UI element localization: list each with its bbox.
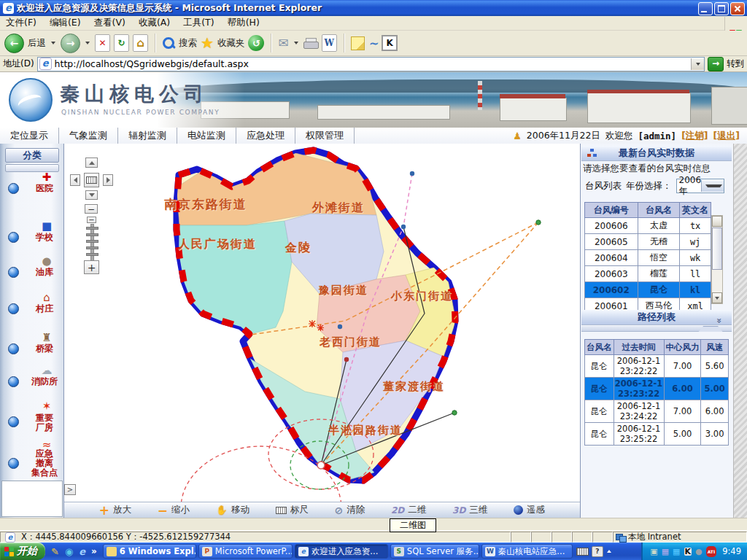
task-windows-explorer[interactable]: 6 Windows Expl... [103, 544, 196, 559]
logout-link[interactable]: [注销] [681, 130, 708, 142]
task-emergency-app[interactable]: e 欢迎进入应急资... [295, 544, 388, 559]
typhoon-table-scrollbar[interactable] [711, 215, 723, 304]
address-dropdown-button[interactable] [691, 58, 704, 70]
path-list-header[interactable]: 路径列表 » [581, 310, 732, 325]
center-map-button[interactable] [84, 173, 99, 187]
exit-link[interactable]: [退出] [713, 130, 740, 142]
quicklaunch-overflow-icon[interactable]: » [91, 546, 97, 556]
sidebar-item-school[interactable]: ■ 学校 [0, 220, 63, 252]
messenger-note-icon[interactable] [351, 36, 365, 50]
sidebar-item-evacuation-point[interactable]: ≈ 应急 撤离 集合点 [0, 439, 63, 483]
favorites-star-icon[interactable]: ★ [201, 34, 214, 52]
help-tray-icon[interactable]: ? [592, 546, 603, 557]
back-icon[interactable]: ← [4, 34, 24, 53]
tab-station-monitor[interactable]: 电站监测 [177, 128, 236, 144]
pan-left-button[interactable] [70, 174, 80, 186]
sidebar-item-hospital[interactable]: ✚ 医院 [0, 171, 63, 203]
edit-word-icon[interactable]: W [322, 34, 337, 52]
tray-volume-icon[interactable]: ● [695, 548, 703, 556]
mail-icon[interactable]: ✉ [278, 36, 288, 50]
task-word-doc[interactable]: W 秦山核电站应急... [481, 544, 573, 559]
task-sql-server[interactable]: S SQL Server 服务... [390, 544, 479, 559]
search-button[interactable]: 搜索 [179, 37, 197, 50]
expand-panel-button[interactable]: > [64, 484, 76, 495]
close-button[interactable] [730, 2, 745, 15]
history-icon[interactable]: ↺ [248, 35, 264, 51]
quicklaunch-pencil-icon[interactable]: ✎ [51, 546, 59, 557]
typhoon-row[interactable]: 200603榴莲ll [585, 266, 711, 282]
detail-row-selected[interactable]: 昆仑2006-12-1 23:23:22 6.005.00 [585, 378, 729, 400]
menu-file[interactable]: 文件(F) [6, 17, 36, 29]
search-icon[interactable] [162, 36, 175, 50]
swoosh-tool-icon[interactable]: ~ [368, 36, 378, 50]
sidebar-item-fire-station[interactable]: ☁ 消防所 [0, 365, 63, 397]
sidebar-item-important-plant[interactable]: ✶ 重要 厂房 [0, 400, 63, 440]
refresh-icon[interactable]: ↻ [114, 34, 129, 52]
menu-edit[interactable]: 编辑(E) [50, 17, 81, 29]
map-pan-button[interactable]: ✋ 移动 [216, 504, 249, 516]
zoom-slider-handle[interactable]: − [87, 217, 96, 223]
gis-map[interactable]: 南京东路街道 外滩街道 人民广场街道 金陵 豫园街道 小东门街道 老西门街道 董… [64, 144, 580, 518]
detail-row[interactable]: 昆仑2006-12-1 23:22:22 7.005.60 [585, 355, 729, 378]
map-zoom-in-button[interactable]: + 放大 [99, 504, 131, 516]
menu-favorites[interactable]: 收藏(A) [139, 17, 170, 29]
address-input[interactable] [53, 58, 691, 71]
back-dropdown-icon[interactable] [51, 42, 55, 44]
menu-tools[interactable]: 工具(T) [183, 17, 214, 29]
home-icon[interactable]: ⌂ [133, 34, 148, 52]
detail-row[interactable]: 昆仑2006-12-1 23:24:22 7.006.00 [585, 400, 729, 423]
task-powerpoint[interactable]: P Microsoft PowerP... [198, 544, 293, 559]
favorites-button[interactable]: 收藏夹 [217, 37, 245, 50]
map-zoom-out-button[interactable]: − 缩小 [158, 504, 190, 516]
typhoon-row[interactable]: 200605无稽wj [585, 234, 711, 250]
tab-emergency-handle[interactable]: 应急处理 [236, 128, 295, 144]
map-ruler-button[interactable]: 标尺 [276, 504, 309, 516]
detail-row[interactable]: 昆仑2006-12-1 23:25:22 5.003.00 [585, 423, 729, 446]
print-icon[interactable] [303, 38, 318, 48]
sidebar-item-oil-depot[interactable]: ● 油库 [0, 255, 63, 287]
mail-dropdown-icon[interactable] [294, 42, 298, 44]
back-button[interactable]: 后退 [28, 37, 46, 50]
tray-kaspersky-icon[interactable]: K [684, 548, 692, 556]
map-2d-button[interactable]: 2D 二维 [391, 504, 426, 516]
go-icon[interactable]: → [708, 57, 724, 71]
forward-dropdown-icon[interactable] [85, 42, 90, 44]
tray-ati-icon[interactable]: ATI [706, 546, 717, 557]
language-keyboard-icon[interactable] [576, 548, 589, 556]
pan-right-button[interactable] [103, 174, 113, 186]
typhoon-row[interactable]: 200606太虚tx [585, 218, 711, 234]
tray-grid-icon[interactable]: ▦ [673, 548, 680, 556]
map-3d-button[interactable]: 3D 三维 [452, 504, 487, 516]
typhoon-row-selected[interactable]: 200602昆仑kl [585, 282, 711, 298]
tray-sql-icon[interactable]: ▣ [650, 548, 657, 556]
hide-icons-chevron[interactable] [607, 550, 611, 553]
start-button[interactable]: 开始 [0, 542, 45, 560]
tab-weather-monitor[interactable]: 气象监测 [59, 128, 118, 144]
zoom-out-step-button[interactable]: − [85, 204, 98, 214]
pan-down-button[interactable] [85, 190, 98, 200]
stop-icon[interactable]: ✕ [95, 34, 110, 52]
sidebar-item-bridge[interactable]: ♜ 桥梁 [0, 332, 63, 364]
quicklaunch-ie-icon[interactable]: e [79, 546, 85, 557]
sidebar-item-village[interactable]: ⌂ 村庄 [0, 292, 63, 324]
tray-network-icon[interactable]: ▦ [662, 548, 669, 556]
kaspersky-icon[interactable]: K [382, 35, 398, 51]
go-button-label[interactable]: 转到 [727, 58, 744, 70]
year-select[interactable]: 2006年 [676, 179, 724, 193]
tab-locate-display[interactable]: 定位显示 [0, 128, 59, 144]
zoom-in-step-button[interactable]: + [84, 260, 99, 274]
year-dropdown-button[interactable] [701, 180, 723, 192]
map-remote-sensing-button[interactable]: 遥感 [514, 504, 545, 516]
maximize-button[interactable] [714, 2, 729, 15]
tab-radiation-monitor[interactable]: 辐射监测 [118, 128, 177, 144]
typhoon-row[interactable]: 200604悟空wk [585, 250, 711, 266]
quicklaunch-media-icon[interactable]: ◉ [65, 546, 73, 557]
window-titlebar[interactable]: e 欢迎进入应急资源及决策信息显示系统 - Microsoft Internet… [0, 0, 747, 16]
forward-icon[interactable]: → [61, 34, 80, 53]
minimize-button[interactable] [698, 2, 713, 15]
collapse-chevron-icon[interactable]: » [712, 318, 727, 322]
category-header[interactable]: 分类 [5, 148, 59, 163]
pan-up-button[interactable] [85, 158, 98, 168]
tab-permission[interactable]: 权限管理 [295, 128, 355, 144]
map-clear-button[interactable]: ⊘ 清除 [335, 504, 365, 516]
